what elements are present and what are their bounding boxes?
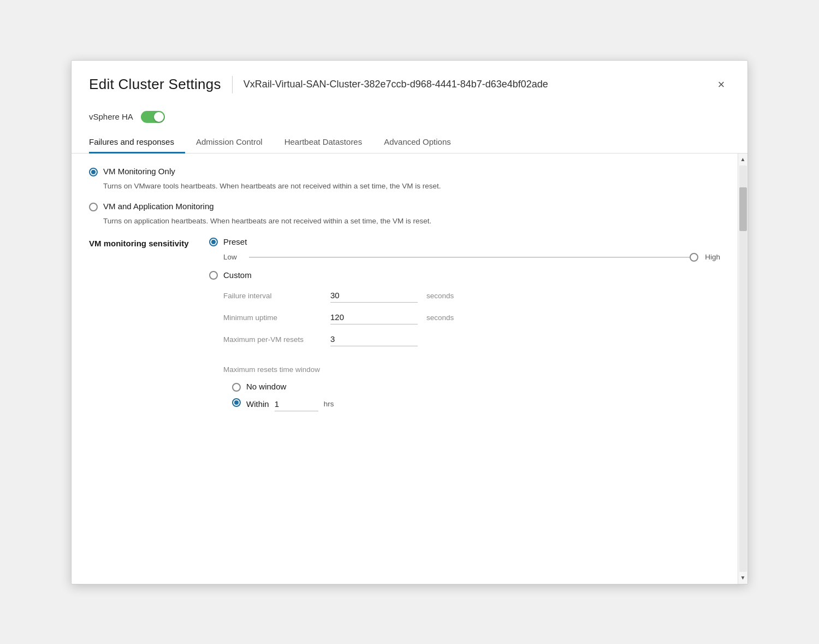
no-window-option[interactable]: No window: [232, 382, 720, 392]
minimum-uptime-input[interactable]: [330, 310, 418, 324]
slider-high-label: High: [705, 253, 720, 261]
dialog-subtitle: VxRail-Virtual-SAN-Cluster-382e7ccb-d968…: [244, 79, 548, 90]
slider-row: Low High: [223, 253, 720, 261]
within-label: Within: [246, 399, 269, 409]
tab-heartbeat-datastores[interactable]: Heartbeat Datastores: [274, 132, 373, 153]
scroll-up-arrow[interactable]: ▲: [739, 155, 747, 164]
content-area: VM Monitoring Only Turns on VMware tools…: [72, 153, 747, 584]
vsphere-ha-toggle[interactable]: [141, 111, 165, 123]
tab-failures-and-responses[interactable]: Failures and responses: [89, 132, 185, 153]
scrollbar[interactable]: ▲ ▼: [738, 153, 747, 584]
no-window-radio[interactable]: [232, 383, 241, 392]
vm-monitoring-only-radio[interactable]: [89, 168, 98, 176]
vsphere-ha-label: vSphere HA: [89, 112, 133, 121]
vm-app-monitoring-option[interactable]: VM and Application Monitoring: [89, 202, 720, 211]
edit-cluster-dialog: Edit Cluster Settings VxRail-Virtual-SAN…: [71, 60, 748, 584]
preset-radio-dot: [211, 240, 216, 244]
tab-admission-control[interactable]: Admission Control: [185, 132, 274, 153]
max-per-vm-resets-label: Maximum per-VM resets: [223, 335, 322, 344]
vm-monitoring-only-label: VM Monitoring Only: [103, 167, 175, 176]
dialog-separator: [232, 76, 233, 93]
within-radio[interactable]: [232, 398, 241, 407]
scroll-thumb[interactable]: [739, 187, 747, 231]
tab-advanced-options[interactable]: Advanced Options: [373, 132, 462, 153]
slider-fill: [249, 257, 694, 258]
no-window-label: No window: [246, 382, 286, 391]
custom-radio[interactable]: [209, 271, 218, 280]
preset-label: Preset: [223, 237, 247, 246]
vm-monitoring-only-desc: Turns on VMware tools heartbeats. When h…: [103, 181, 720, 192]
minimum-uptime-row: Minimum uptime seconds: [223, 310, 720, 324]
sensitivity-controls: Preset Low High Custom: [209, 237, 720, 416]
minimum-uptime-label: Minimum uptime: [223, 314, 322, 322]
max-resets-time-window-section: Maximum resets time window No window: [223, 365, 720, 416]
custom-fields: Failure interval seconds Minimum uptime …: [223, 288, 720, 416]
slider-thumb[interactable]: [690, 253, 698, 262]
vm-monitoring-sensitivity-label: VM monitoring sensitivity: [89, 237, 209, 416]
dialog-title: Edit Cluster Settings: [89, 76, 221, 93]
max-per-vm-resets-input[interactable]: [330, 332, 418, 346]
dialog-header: Edit Cluster Settings VxRail-Virtual-SAN…: [72, 61, 747, 104]
max-per-vm-resets-row: Maximum per-VM resets: [223, 332, 720, 346]
toggle-thumb: [154, 112, 164, 122]
vm-app-monitoring-radio[interactable]: [89, 203, 98, 211]
close-button[interactable]: ×: [713, 76, 730, 93]
within-unit: hrs: [324, 400, 334, 408]
failure-interval-row: Failure interval seconds: [223, 288, 720, 303]
scroll-down-arrow[interactable]: ▼: [739, 573, 747, 583]
within-input[interactable]: [275, 397, 318, 411]
slider-low-label: Low: [223, 253, 242, 261]
failure-interval-unit: seconds: [426, 292, 454, 300]
failure-interval-input[interactable]: [330, 288, 418, 303]
tabs-container: Failures and responses Admission Control…: [72, 132, 747, 153]
vm-app-monitoring-desc: Turns on application heartbeats. When he…: [103, 216, 720, 227]
failure-interval-label: Failure interval: [223, 292, 322, 300]
max-resets-time-window-label: Maximum resets time window: [223, 365, 720, 375]
vm-app-monitoring-label: VM and Application Monitoring: [103, 202, 214, 211]
custom-label: Custom: [223, 270, 252, 280]
preset-radio[interactable]: [209, 238, 218, 246]
within-radio-dot: [234, 400, 239, 405]
vm-monitoring-only-option[interactable]: VM Monitoring Only: [89, 167, 720, 176]
radio-dot: [91, 170, 96, 174]
main-content: VM Monitoring Only Turns on VMware tools…: [72, 153, 738, 584]
vm-monitoring-sensitivity-section: VM monitoring sensitivity Preset Low: [89, 237, 720, 416]
scroll-track[interactable]: [739, 166, 747, 572]
within-row: Within hrs: [246, 397, 334, 411]
preset-row: Preset: [209, 237, 720, 246]
custom-row: Custom: [209, 270, 720, 280]
slider-track[interactable]: [249, 257, 694, 258]
within-option[interactable]: Within hrs: [232, 397, 720, 411]
vsphere-ha-row: vSphere HA: [72, 104, 747, 132]
minimum-uptime-unit: seconds: [426, 314, 454, 322]
